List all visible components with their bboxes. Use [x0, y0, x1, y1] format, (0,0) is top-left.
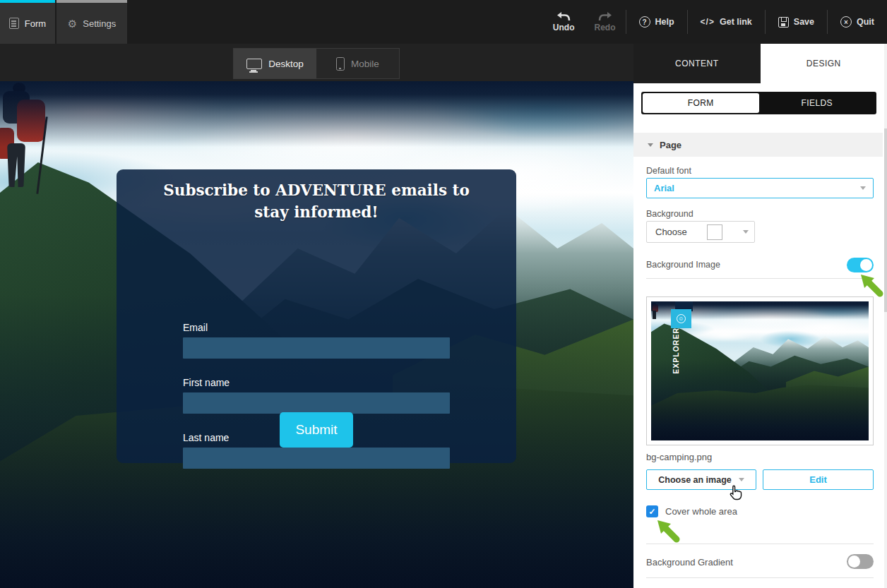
background-choose-label: Choose	[655, 227, 687, 237]
form-icon	[9, 18, 19, 29]
form-fields-switch: FORM FIELDS	[641, 92, 876, 114]
redo-icon	[598, 11, 612, 21]
desktop-icon	[246, 59, 262, 69]
code-icon: </>	[701, 17, 715, 27]
desktop-toggle-button[interactable]: Desktop	[234, 49, 316, 78]
sidebar-tabs: CONTENT DESIGN	[633, 44, 887, 83]
save-icon	[778, 17, 789, 28]
edit-image-button[interactable]: Edit	[763, 469, 874, 490]
tab-form-label: Form	[25, 18, 46, 29]
toggle-knob	[860, 259, 872, 271]
page-section-header[interactable]: Page	[633, 133, 883, 157]
chevron-down-icon	[739, 478, 744, 481]
get-link-button[interactable]: </> Get link	[688, 17, 765, 27]
collapse-arrow-icon	[648, 143, 653, 147]
action-toolbar: Undo Redo ? Help </> Get link Save	[543, 0, 887, 44]
device-toggle: Desktop Mobile	[233, 48, 400, 79]
help-icon: ?	[639, 16, 650, 28]
help-button[interactable]: ? Help	[626, 16, 687, 28]
background-gradient-label: Background Gradient	[646, 557, 733, 568]
scrollbar-thumb[interactable]	[884, 128, 887, 312]
explorer-badge-text: EXPLORER	[672, 328, 680, 374]
tab-settings-label: Settings	[83, 18, 116, 29]
annotation-arrow-checkbox	[657, 520, 681, 544]
mobile-toggle-button[interactable]: Mobile	[316, 49, 399, 78]
chevron-down-icon	[743, 230, 749, 234]
tab-settings[interactable]: ⚙ Settings	[56, 0, 127, 44]
last-name-input[interactable]	[183, 448, 450, 469]
save-button[interactable]: Save	[766, 17, 827, 28]
form-title: Subscribe to ADVENTURE emails to stay in…	[117, 169, 516, 223]
subtab-fields[interactable]: FIELDS	[759, 93, 876, 113]
undo-button[interactable]: Undo	[543, 11, 585, 32]
preview-mode-bar: Desktop Mobile	[0, 44, 633, 81]
email-field-label: Email	[183, 322, 208, 333]
tab-content[interactable]: CONTENT	[633, 44, 761, 83]
quit-icon: ×	[840, 16, 852, 28]
background-image-thumbnail[interactable]: ☺ EXPLORER	[646, 296, 874, 445]
background-label: Background	[646, 209, 693, 219]
submit-button[interactable]: Submit	[280, 412, 353, 448]
chevron-down-icon	[860, 186, 866, 190]
sidebar-scrollbar[interactable]	[884, 44, 887, 588]
background-image-toggle[interactable]	[847, 258, 874, 272]
quit-button[interactable]: × Quit	[828, 16, 887, 28]
subscribe-form-panel[interactable]: Subscribe to ADVENTURE emails to stay in…	[117, 169, 516, 463]
divider	[646, 278, 874, 279]
divider	[646, 544, 874, 544]
tab-design[interactable]: DESIGN	[761, 44, 887, 83]
gear-icon: ⚙	[68, 18, 77, 29]
form-builder-app: Form ⚙ Settings Undo Redo ? Help </> G	[0, 0, 887, 588]
mouse-cursor-hand	[727, 484, 744, 503]
tab-form[interactable]: Form	[0, 0, 55, 44]
last-name-field-label: Last name	[183, 432, 229, 443]
form-preview-canvas[interactable]: Subscribe to ADVENTURE emails to stay in…	[0, 81, 633, 588]
background-gradient-toggle[interactable]	[847, 554, 874, 569]
redo-button[interactable]: Redo	[585, 11, 626, 32]
default-font-value: Arial	[654, 183, 674, 193]
color-swatch	[707, 224, 722, 240]
background-image-label: Background Image	[646, 260, 720, 270]
default-font-select[interactable]: Arial	[646, 178, 874, 198]
background-color-picker[interactable]: Choose	[646, 221, 755, 243]
top-toolbar: Form ⚙ Settings Undo Redo ? Help </> G	[0, 0, 887, 44]
cover-whole-area-option: ✓ Cover whole area	[646, 505, 737, 517]
divider	[646, 577, 874, 578]
design-sidebar: CONTENT DESIGN FORM FIELDS Page Default …	[633, 44, 887, 588]
first-name-field-label: First name	[183, 377, 230, 388]
first-name-input[interactable]	[183, 392, 450, 414]
email-input[interactable]	[183, 337, 450, 359]
mobile-icon	[336, 57, 345, 71]
background-image-filename: bg-camping.png	[646, 452, 712, 462]
cover-whole-area-label: Cover whole area	[665, 506, 737, 517]
undo-icon	[556, 11, 571, 21]
page-section-title: Page	[660, 140, 681, 150]
explorer-badge-icon: ☺	[671, 309, 691, 329]
default-font-label: Default font	[646, 166, 691, 176]
toggle-knob	[848, 556, 860, 568]
annotation-arrow-toggle	[860, 274, 884, 298]
cover-whole-area-checkbox[interactable]: ✓	[646, 505, 658, 517]
subtab-form[interactable]: FORM	[643, 93, 759, 113]
